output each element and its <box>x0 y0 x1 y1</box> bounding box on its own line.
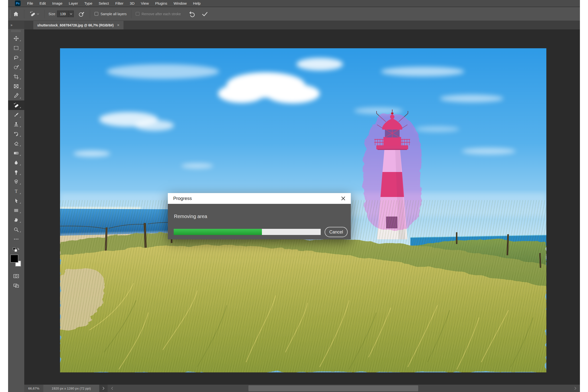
horizontal-scrollbar[interactable] <box>108 385 580 392</box>
frame-icon <box>13 83 19 89</box>
tool-blur[interactable] <box>8 158 24 167</box>
tool-history-brush[interactable] <box>8 129 24 139</box>
type-icon: T <box>13 188 19 194</box>
separator <box>44 10 44 18</box>
svg-text:T: T <box>15 189 18 194</box>
magnifier-icon <box>13 226 19 232</box>
tool-gradient[interactable] <box>8 148 24 158</box>
lasso-icon <box>13 55 19 60</box>
brush-size-input[interactable]: 139 <box>57 10 68 17</box>
scroll-right-icon[interactable] <box>574 386 576 390</box>
menu-type[interactable]: Type <box>81 0 96 7</box>
foreground-background-colors[interactable] <box>10 254 22 270</box>
tool-crop[interactable] <box>8 72 24 81</box>
remove-after-stroke-checkbox <box>136 12 140 16</box>
menu-bar: Ps File Edit Image Layer Type Select Fil… <box>8 0 580 7</box>
progress-message: Removing area <box>174 214 207 219</box>
dodge-icon <box>13 169 19 175</box>
photoshop-window: Ps File Edit Image Layer Type Select Fil… <box>8 0 580 392</box>
menu-file[interactable]: File <box>24 0 36 7</box>
sample-all-layers-option[interactable]: Sample all layers <box>94 12 127 16</box>
menu-edit[interactable]: Edit <box>36 0 49 7</box>
undo-last-stroke-button[interactable] <box>187 9 198 19</box>
desktop: Ps File Edit Image Layer Type Select Fil… <box>0 0 588 392</box>
brush-size-dropdown[interactable] <box>68 10 74 17</box>
home-button[interactable] <box>11 9 21 19</box>
tool-clone-stamp[interactable] <box>8 120 24 129</box>
photoshop-logo: Ps <box>15 0 20 6</box>
scroll-left-icon[interactable] <box>111 386 114 390</box>
checkmark-icon <box>202 10 208 18</box>
progress-dialog-titlebar[interactable]: Progress <box>168 193 351 204</box>
pen-icon <box>13 179 19 185</box>
menu-3d[interactable]: 3D <box>127 0 138 7</box>
progress-dialog-title: Progress <box>173 196 192 201</box>
chevron-down-icon <box>70 12 72 16</box>
zoom-level-field[interactable]: 66,67% <box>24 385 43 392</box>
tool-frame[interactable] <box>8 81 24 91</box>
close-dialog-button[interactable] <box>340 196 346 201</box>
collapse-panel-button[interactable]: » <box>8 21 24 29</box>
menu-layer[interactable]: Layer <box>66 0 81 7</box>
menu-image[interactable]: Image <box>49 0 66 7</box>
hand-icon <box>13 217 19 223</box>
tool-remove[interactable] <box>8 100 24 110</box>
status-flyout-button[interactable] <box>102 386 104 390</box>
tool-pen[interactable] <box>8 177 24 186</box>
pressure-size-button[interactable] <box>76 9 87 19</box>
history-brush-icon <box>13 131 19 137</box>
separator <box>90 10 90 18</box>
tool-move[interactable] <box>8 34 24 43</box>
chevron-right-icon <box>574 386 576 390</box>
tool-hand[interactable] <box>8 215 24 225</box>
panel-grip <box>11 30 21 32</box>
tool-object-selection[interactable] <box>8 62 24 72</box>
foreground-color-swatch[interactable] <box>10 254 18 263</box>
object-selection-icon <box>13 64 19 70</box>
menu-filter[interactable]: Filter <box>112 0 127 7</box>
progress-dialog-body: Removing area Cancel <box>168 204 351 239</box>
remove-tool-icon <box>29 10 36 18</box>
crop-icon <box>13 74 19 80</box>
undo-icon <box>189 10 196 18</box>
menu-help[interactable]: Help <box>190 0 204 7</box>
close-tab-icon[interactable]: × <box>117 23 120 28</box>
document-tab-title: shutterstock_608784728.jpg @ 66,7% (RGB/… <box>37 23 114 27</box>
selection-overlay <box>363 114 422 231</box>
menu-window[interactable]: Window <box>170 0 190 7</box>
document-info: 1920 px x 1280 px (72 ppi) <box>43 385 99 392</box>
tool-dodge[interactable] <box>8 167 24 177</box>
remove-tool-icon <box>13 102 19 108</box>
swap-colors-button[interactable] <box>12 247 20 252</box>
pen-pressure-icon <box>78 10 85 18</box>
screen-mode-button[interactable] <box>8 281 24 290</box>
tool-rectangle[interactable] <box>8 206 24 215</box>
tool-brush[interactable] <box>8 110 24 120</box>
tool-zoom[interactable] <box>8 225 24 234</box>
menu-select[interactable]: Select <box>96 0 112 7</box>
tool-lasso[interactable] <box>8 53 24 62</box>
menu-view[interactable]: View <box>138 0 152 7</box>
quick-mask-button[interactable] <box>8 271 24 281</box>
path-selection-icon <box>13 198 19 204</box>
tool-preset-button[interactable] <box>27 9 42 19</box>
cancel-button[interactable]: Cancel <box>324 227 348 237</box>
chevron-right-icon <box>102 386 104 390</box>
document-tab[interactable]: shutterstock_608784728.jpg @ 66,7% (RGB/… <box>33 21 124 30</box>
menu-plugins[interactable]: Plugins <box>152 0 170 7</box>
tool-edit-toolbar[interactable] <box>8 234 24 244</box>
commit-button[interactable] <box>200 9 210 19</box>
home-icon <box>13 11 19 17</box>
tool-type[interactable]: T <box>8 186 24 196</box>
tool-options-bar: Size 139 Sample all layers Remove after … <box>8 7 580 21</box>
sample-all-layers-checkbox[interactable] <box>94 12 98 16</box>
tool-path-selection[interactable] <box>8 196 24 206</box>
scrollbar-thumb[interactable] <box>248 386 418 391</box>
tool-rectangular-marquee[interactable] <box>8 43 24 53</box>
screen-mode-icon <box>13 283 19 288</box>
remove-after-stroke-option: Remove after each stroke <box>136 12 181 16</box>
tool-eraser[interactable] <box>8 139 24 148</box>
gradient-icon <box>13 150 19 156</box>
progress-dialog: Progress Removing area Cancel <box>168 193 351 239</box>
tool-eyedropper[interactable] <box>8 91 24 100</box>
